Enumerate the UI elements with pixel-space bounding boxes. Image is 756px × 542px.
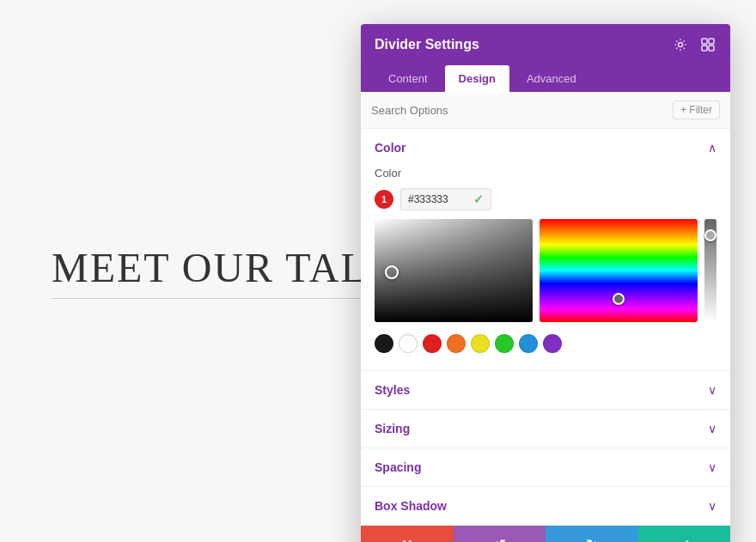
- section-sizing-title: Sizing: [375, 422, 410, 435]
- svg-rect-4: [709, 46, 714, 51]
- section-color-content: Color 1 ✓: [361, 167, 730, 370]
- reset-button[interactable]: ↺: [454, 526, 546, 542]
- alpha-slider[interactable]: [704, 219, 716, 322]
- search-input[interactable]: [371, 104, 673, 117]
- color-label: Color: [375, 167, 716, 180]
- section-styles: Styles: [361, 371, 730, 410]
- section-box-shadow: Box Shadow: [361, 487, 730, 526]
- section-box-shadow-arrow: [708, 499, 716, 513]
- color-gradient-area[interactable]: [375, 219, 533, 322]
- search-bar: + Filter: [361, 92, 730, 129]
- svg-rect-1: [702, 39, 707, 44]
- section-sizing-arrow: [708, 422, 716, 435]
- filter-button[interactable]: + Filter: [673, 100, 720, 119]
- alpha-handle[interactable]: [704, 229, 716, 241]
- section-styles-arrow: [708, 383, 716, 397]
- svg-rect-2: [709, 39, 714, 44]
- section-sizing: Sizing: [361, 410, 730, 448]
- redo-button[interactable]: ↻: [546, 526, 638, 542]
- svg-rect-3: [702, 46, 707, 51]
- swatch-orange[interactable]: [447, 334, 466, 353]
- hex-input-wrapper: ✓: [400, 188, 491, 210]
- layout-icon[interactable]: [699, 36, 716, 53]
- swatch-red[interactable]: [423, 334, 442, 353]
- section-spacing: Spacing: [361, 448, 730, 487]
- panel-header-icons: [672, 36, 716, 53]
- panel-body: Color Color 1 ✓: [361, 129, 730, 526]
- picker-handle[interactable]: [385, 265, 399, 279]
- tab-design[interactable]: Design: [445, 65, 509, 92]
- swatch-yellow[interactable]: [471, 334, 490, 353]
- swatch-white[interactable]: [399, 334, 418, 353]
- section-spacing-title: Spacing: [375, 460, 421, 474]
- hex-check-icon: ✓: [473, 192, 484, 206]
- section-styles-title: Styles: [375, 383, 410, 397]
- settings-panel: Divider Settings Content Design Advanc: [361, 24, 730, 542]
- hue-handle[interactable]: [613, 293, 625, 305]
- tab-content[interactable]: Content: [375, 65, 442, 92]
- section-sizing-header[interactable]: Sizing: [361, 410, 730, 448]
- section-box-shadow-title: Box Shadow: [375, 499, 447, 513]
- color-hex-row: 1 ✓: [375, 188, 716, 210]
- section-color: Color Color 1 ✓: [361, 129, 730, 371]
- swatch-black[interactable]: [375, 334, 393, 353]
- hex-input[interactable]: [408, 193, 468, 205]
- tab-advanced[interactable]: Advanced: [513, 65, 590, 92]
- settings-icon[interactable]: [672, 36, 689, 53]
- section-spacing-header[interactable]: Spacing: [361, 448, 730, 486]
- swatch-green[interactable]: [495, 334, 514, 353]
- cancel-button[interactable]: ✕: [361, 526, 454, 542]
- bottom-toolbar: ✕ ↺ ↻ ✓: [361, 526, 730, 542]
- svg-point-0: [679, 43, 683, 47]
- save-button[interactable]: ✓: [638, 526, 731, 542]
- section-color-arrow: [708, 141, 716, 155]
- panel-tabs: Content Design Advanced: [361, 65, 730, 92]
- panel-header: Divider Settings: [361, 24, 730, 65]
- color-picker-container: [375, 219, 716, 322]
- swatch-blue[interactable]: [519, 334, 538, 353]
- section-spacing-arrow: [708, 460, 716, 474]
- color-badge: 1: [375, 190, 393, 209]
- color-swatches: [375, 331, 716, 356]
- section-color-header[interactable]: Color: [361, 129, 730, 167]
- panel-title: Divider Settings: [375, 37, 479, 52]
- section-box-shadow-header[interactable]: Box Shadow: [361, 487, 730, 525]
- section-color-title: Color: [375, 141, 406, 155]
- swatch-purple[interactable]: [543, 334, 562, 353]
- hue-slider[interactable]: [540, 219, 698, 322]
- section-styles-header[interactable]: Styles: [361, 371, 730, 409]
